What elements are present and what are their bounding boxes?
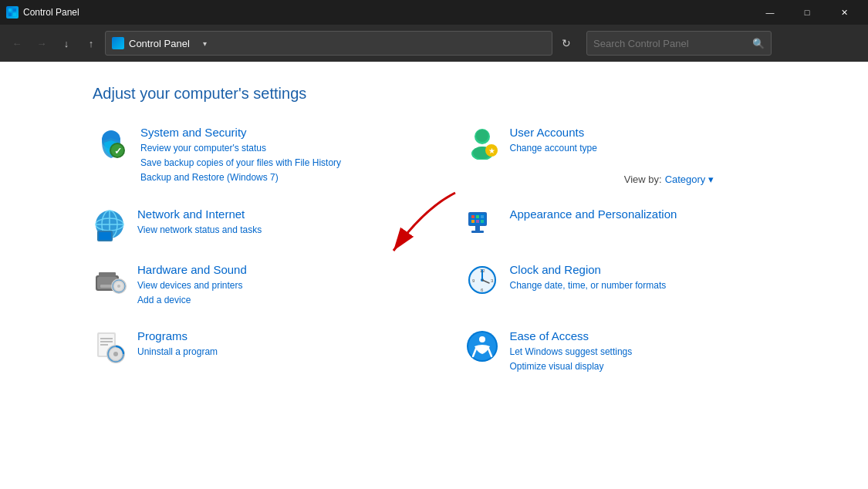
address-text: Control Panel <box>129 38 190 49</box>
category-user-accounts: ★ User Accounts Change account type <box>465 126 776 186</box>
category-clock-region: 12 9 3 6 Clock and Region Change date, t… <box>465 263 776 308</box>
clock-region-link-1[interactable]: Change date, time, or number formats <box>510 278 667 293</box>
svg-rect-3 <box>13 13 16 16</box>
hardware-sound-title[interactable]: Hardware and Sound <box>137 263 247 276</box>
up-button[interactable]: ↑ <box>80 32 102 54</box>
network-internet-icon <box>93 207 127 241</box>
page-title: Adjust your computer's settings <box>93 85 775 103</box>
category-ease-access: Ease of Access Let Windows suggest setti… <box>465 329 776 374</box>
system-security-link-2[interactable]: Save backup copies of your files with Fi… <box>140 156 341 170</box>
content-wrapper: Adjust your computer's settings View by:… <box>93 85 775 396</box>
network-internet-link-1[interactable]: View network status and tasks <box>137 223 262 238</box>
search-box[interactable]: 🔍 <box>586 31 772 56</box>
clock-region-title[interactable]: Clock and Region <box>510 263 667 276</box>
ease-access-icon <box>465 329 499 363</box>
svg-point-37 <box>117 285 120 288</box>
svg-point-56 <box>113 352 118 356</box>
minimize-button[interactable]: — <box>752 0 788 25</box>
user-accounts-link-1[interactable]: Change account type <box>510 141 597 156</box>
svg-text:✓: ✓ <box>114 146 122 157</box>
hardware-sound-link-1[interactable]: View devices and printers <box>137 278 247 293</box>
programs-icon <box>93 329 127 363</box>
category-programs: Programs Uninstall a program <box>93 329 404 374</box>
address-bar: ← → ↓ ↑ Control Panel ▾ ↻ 🔍 <box>0 25 868 62</box>
svg-point-9 <box>476 130 488 142</box>
appearance-icon <box>465 207 499 241</box>
back-button[interactable]: ← <box>6 32 28 54</box>
programs-link-1[interactable]: Uninstall a program <box>137 345 218 359</box>
svg-rect-33 <box>99 272 116 277</box>
svg-rect-24 <box>476 215 479 218</box>
svg-rect-26 <box>471 220 475 223</box>
clock-region-icon: 12 9 3 6 <box>465 263 499 297</box>
system-security-icon: ✓ <box>93 126 130 163</box>
clock-region-info: Clock and Region Change date, time, or n… <box>510 263 667 293</box>
svg-point-60 <box>479 336 485 342</box>
main-content: Adjust your computer's settings View by:… <box>0 62 868 489</box>
system-security-link-1[interactable]: Review your computer's status <box>140 141 341 156</box>
hardware-sound-info: Hardware and Sound View devices and prin… <box>137 263 247 308</box>
programs-title[interactable]: Programs <box>137 329 218 342</box>
maximize-button[interactable]: □ <box>789 0 825 25</box>
category-appearance: Appearance and Personalization <box>465 207 776 241</box>
view-by-category-link[interactable]: Category ▾ <box>665 174 714 185</box>
programs-info: Programs Uninstall a program <box>137 329 218 359</box>
category-network-internet: Network and Internet View network status… <box>93 207 404 241</box>
search-input[interactable] <box>593 38 748 49</box>
system-security-info: System and Security Review your computer… <box>140 126 341 186</box>
svg-rect-28 <box>481 220 484 223</box>
title-bar-controls: — □ ✕ <box>752 0 862 25</box>
svg-rect-1 <box>13 8 16 12</box>
system-security-title[interactable]: System and Security <box>140 126 341 139</box>
network-internet-title[interactable]: Network and Internet <box>137 207 262 221</box>
address-dropdown-button[interactable]: ▾ <box>194 32 216 54</box>
title-bar: Control Panel — □ ✕ <box>0 0 868 25</box>
svg-rect-23 <box>471 215 475 218</box>
view-by: View by: Category ▾ <box>624 174 714 185</box>
hardware-sound-link-2[interactable]: Add a device <box>137 293 247 308</box>
user-accounts-title[interactable]: User Accounts <box>510 126 597 139</box>
appearance-info: Appearance and Personalization <box>510 207 677 223</box>
svg-rect-20 <box>99 232 111 240</box>
ease-access-info: Ease of Access Let Windows suggest setti… <box>510 329 633 374</box>
user-accounts-icon: ★ <box>465 126 499 160</box>
ease-access-link-1[interactable]: Let Windows suggest settings <box>510 345 633 359</box>
appearance-title[interactable]: Appearance and Personalization <box>510 207 677 221</box>
system-security-link-3[interactable]: Backup and Restore (Windows 7) <box>140 170 341 185</box>
view-by-label: View by: <box>624 174 662 185</box>
network-internet-info: Network and Internet View network status… <box>137 207 262 238</box>
svg-rect-2 <box>8 13 12 16</box>
ease-access-title[interactable]: Ease of Access <box>510 329 633 342</box>
svg-rect-0 <box>8 8 12 12</box>
categories-grid: ✓ System and Security Review your comput… <box>93 126 775 396</box>
close-button[interactable]: ✕ <box>826 0 862 25</box>
address-bar-icon <box>112 37 124 49</box>
svg-text:★: ★ <box>488 147 495 155</box>
address-box[interactable]: Control Panel ▾ <box>105 31 552 56</box>
app-icon <box>6 6 19 19</box>
svg-rect-27 <box>476 220 479 223</box>
user-accounts-info: User Accounts Change account type <box>510 126 597 156</box>
title-bar-text: Control Panel <box>23 7 79 18</box>
forward-button[interactable]: → <box>31 32 52 54</box>
hardware-sound-icon <box>93 263 127 297</box>
refresh-button[interactable]: ↻ <box>556 32 577 54</box>
search-icon[interactable]: 🔍 <box>752 38 765 49</box>
svg-rect-29 <box>475 226 480 231</box>
svg-rect-25 <box>481 215 484 218</box>
svg-rect-30 <box>471 231 484 233</box>
title-bar-left: Control Panel <box>6 6 79 19</box>
ease-access-link-2[interactable]: Optimize visual display <box>510 359 633 374</box>
category-system-security: ✓ System and Security Review your comput… <box>93 126 404 186</box>
recent-locations-button[interactable]: ↓ <box>56 32 77 54</box>
svg-text:12: 12 <box>480 268 485 273</box>
category-hardware-sound: Hardware and Sound View devices and prin… <box>93 263 404 308</box>
